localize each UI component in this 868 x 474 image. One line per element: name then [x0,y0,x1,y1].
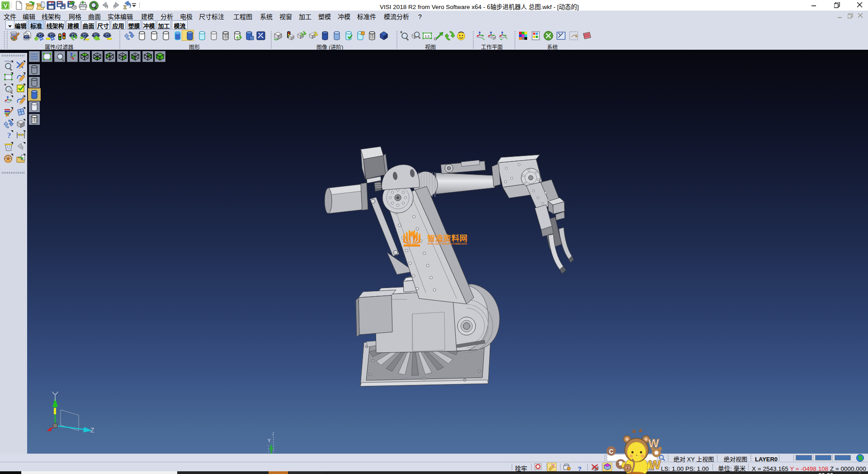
svg-text:V: V [4,2,8,9]
svg-text:C: C [609,448,613,455]
svg-text:Z: Z [90,427,94,434]
svg-text:Y: Y [268,438,271,443]
svg-text:智造资料网: 智造资料网 [427,232,467,243]
svg-text:1:1: 1:1 [425,34,430,38]
svg-text:INTELLIGENT MANUFACTURING DATA: INTELLIGENT MANUFACTURING DATA [428,243,467,245]
svg-text:W: W [649,458,661,472]
